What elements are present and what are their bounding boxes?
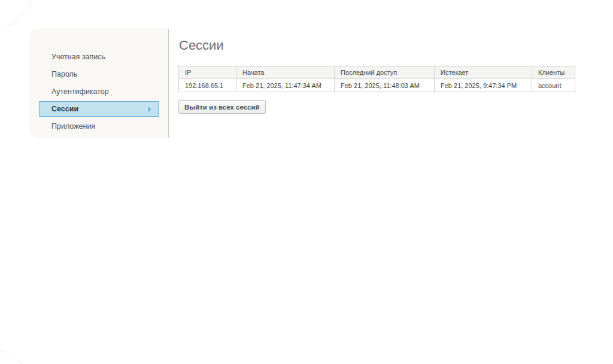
sidebar-item-authenticator[interactable]: Аутентификатор [39,84,159,99]
sidebar-item-label: Сессии [51,102,78,116]
sidebar-item-label: Аутентификатор [51,84,109,99]
decorative-arc-bottom-left [0,344,51,364]
table-header-row: IP Начата Последний доступ Истекает Клие… [179,66,575,79]
sidebar-item-label: Учетная запись [51,50,105,64]
column-header-last-access: Последний доступ [335,66,435,79]
cell-clients: account [532,79,575,92]
logout-all-sessions-button[interactable]: Выйти из всех сессий [178,100,266,114]
cell-started: Feb 21, 2025, 11:47:34 AM [236,79,335,92]
cell-ip: 192.168.65.1 [179,79,236,92]
page-title: Сессии [179,38,224,53]
column-header-expires: Истекает [435,66,532,79]
column-header-ip: IP [179,66,236,79]
column-header-started: Начата [236,66,335,79]
cell-last-access: Feb 21, 2025, 11:48:03 AM [335,79,435,92]
sidebar-item-password[interactable]: Пароль [39,66,159,82]
column-header-clients: Клиенты [532,66,575,79]
sidebar: Учетная запись Пароль Аутентификатор Сес… [29,29,169,138]
table-row: 192.168.65.1 Feb 21, 2025, 11:47:34 AM F… [179,79,575,92]
cell-expires: Feb 21, 2025, 9:47:34 PM [435,79,532,92]
sidebar-item-applications[interactable]: Приложения [39,119,159,134]
page: { "sidebar": { "items": [ { "label": "Уч… [0,0,613,364]
sessions-table: IP Начата Последний доступ Истекает Клие… [178,66,575,92]
sidebar-item-sessions[interactable]: Сессии › [39,101,159,117]
sidebar-item-label: Приложения [51,119,95,134]
chevron-right-icon: › [147,104,151,114]
sidebar-item-label: Пароль [51,67,77,81]
sidebar-item-account[interactable]: Учетная запись [39,49,159,65]
